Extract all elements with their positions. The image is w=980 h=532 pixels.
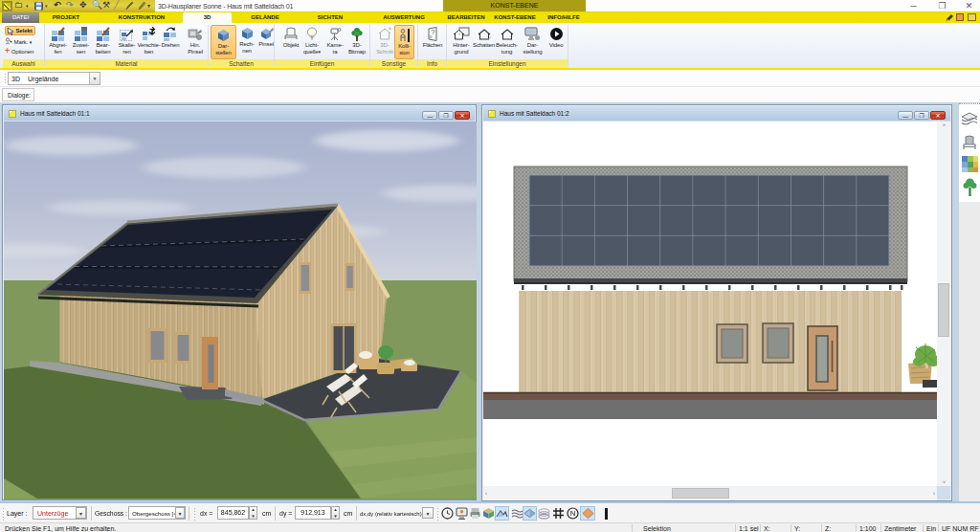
svg-text:N: N: [570, 509, 576, 518]
svg-text:?: ?: [431, 29, 434, 35]
